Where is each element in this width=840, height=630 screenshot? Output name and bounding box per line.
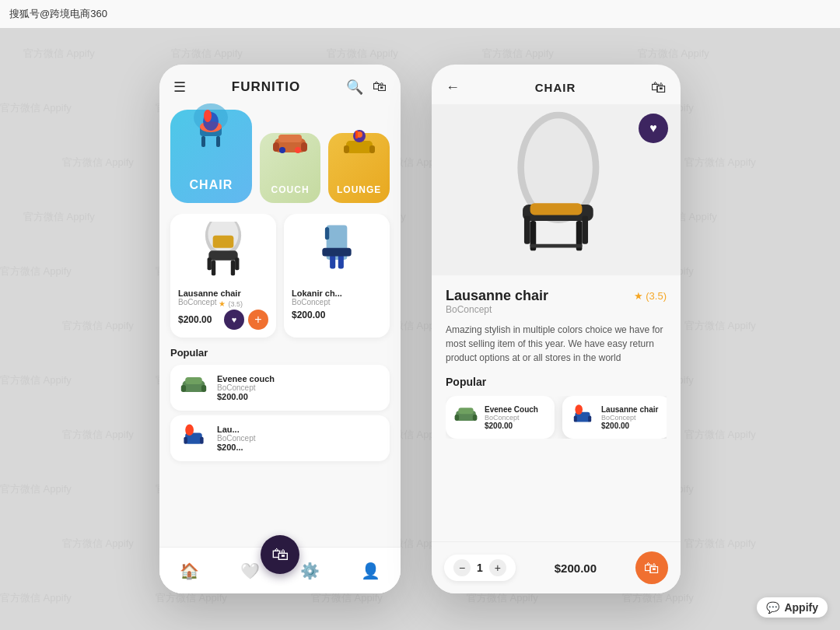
category-lounge[interactable]: LOUNGE	[328, 133, 390, 203]
svg-rect-30	[338, 255, 344, 269]
svg-rect-43	[530, 203, 583, 215]
quantity-decrease[interactable]: −	[453, 559, 471, 576]
popular-brand-2: BoConcept	[217, 434, 382, 443]
lounge-category-icon	[340, 127, 379, 158]
chair-label: CHAIR	[190, 178, 233, 192]
nav-profile[interactable]: 👤	[361, 562, 380, 580]
svg-rect-50	[455, 415, 460, 421]
phone-screen-1: ☰ FURNITIO 🔍 🛍	[159, 65, 401, 593]
back-button[interactable]: ←	[446, 79, 460, 96]
svg-rect-23	[212, 261, 215, 276]
detail-image-area: ♥	[432, 104, 681, 275]
detail-popular-list: Evenee Couch BoConcept $200.00	[446, 396, 667, 439]
svg-rect-29	[330, 255, 335, 269]
svg-rect-33	[181, 385, 186, 392]
svg-rect-55	[574, 416, 577, 422]
svg-point-54	[575, 404, 583, 415]
category-couch[interactable]: COUCH	[260, 133, 321, 203]
lounge-label: LOUNGE	[337, 184, 381, 195]
dp-name-1: Evenee Couch	[485, 405, 538, 414]
product-price-1: $200.00	[178, 314, 212, 325]
popular-price-1: $200.00	[217, 392, 382, 401]
svg-rect-35	[185, 377, 202, 384]
popular-img-1	[178, 371, 209, 404]
product-card-1[interactable]: Lausanne chair BoConcept ★ (3.5) $200.00…	[170, 214, 276, 338]
detail-popular-card-1[interactable]: Evenee Couch BoConcept $200.00	[446, 396, 555, 439]
product-price-row-2: $200.00	[292, 310, 382, 320]
dp-brand-1: BoConcept	[485, 414, 538, 422]
popular-item-1[interactable]: Evenee couch BoConcept $200.00	[170, 365, 390, 411]
detail-title: CHAIR	[535, 81, 576, 94]
svg-rect-51	[473, 415, 478, 421]
category-row: CHAIR COUCH	[159, 103, 401, 214]
product-actions-1: ♥ +	[224, 310, 268, 330]
popular-info-1: Evenee couch BoConcept $200.00	[217, 374, 382, 401]
appify-label: Appify	[784, 601, 818, 614]
svg-rect-34	[201, 385, 206, 392]
popular-item-2[interactable]: Lau... BoConcept $200...	[170, 415, 390, 461]
product-card-2[interactable]: Lokanir ch... BoConcept $200.00	[284, 214, 390, 338]
detail-description: Amazing stylish in multiple colors choic…	[446, 323, 667, 365]
dp-info-1: Evenee Couch BoConcept $200.00	[485, 405, 538, 430]
svg-rect-47	[582, 215, 588, 243]
wishlist-button[interactable]: ♥	[639, 114, 668, 143]
svg-rect-15	[369, 145, 375, 153]
svg-point-41	[524, 118, 593, 216]
product-price-row-1: $200.00 ♥ +	[178, 310, 268, 330]
category-chair[interactable]: CHAIR	[170, 110, 252, 203]
svg-rect-26	[235, 257, 239, 270]
svg-rect-2	[201, 136, 205, 147]
detail-header: ← CHAIR 🛍	[432, 65, 681, 104]
popular-list: Evenee couch BoConcept $200.00	[170, 365, 390, 461]
quantity-control: − 1 +	[444, 555, 516, 581]
svg-rect-31	[322, 248, 351, 257]
nav-settings[interactable]: ⚙️	[300, 562, 320, 580]
detail-info: Lausanne chair ★ (3.5) BoConcept Amazing…	[432, 275, 681, 541]
detail-chair-svg	[490, 108, 622, 271]
heart-button-1[interactable]: ♥	[224, 310, 244, 330]
detail-rating: ★ (3.5)	[634, 290, 667, 302]
detail-name-row: Lausanne chair ★ (3.5)	[446, 288, 667, 304]
svg-point-6	[204, 110, 212, 122]
hamburger-icon[interactable]: ☰	[173, 79, 186, 96]
detail-brand: BoConcept	[446, 304, 667, 315]
detail-cart-icon[interactable]: 🛍	[651, 79, 667, 96]
nav-home[interactable]: 🏠	[180, 562, 199, 580]
svg-point-37	[185, 425, 194, 436]
dp-img-1	[453, 402, 478, 432]
cart-icon[interactable]: 🛍	[373, 79, 387, 96]
popular-img-2	[178, 422, 209, 455]
detail-popular-card-2[interactable]: Lausanne chair BoConcept $200.00	[562, 396, 667, 439]
svg-rect-22	[213, 236, 234, 248]
dp-info-2: Lausanne chair BoConcept $200.00	[601, 405, 658, 430]
svg-rect-24	[231, 261, 235, 276]
product-brand-2: BoConcept	[292, 298, 382, 306]
add-to-cart-button[interactable]: 🛍	[635, 551, 668, 584]
popular-info-2: Lau... BoConcept $200...	[217, 425, 382, 452]
browse-screen: ☰ FURNITIO 🔍 🛍	[159, 65, 401, 593]
couch-label: COUCH	[271, 184, 310, 195]
header-icons: 🔍 🛍	[346, 79, 387, 96]
popular-name-2: Lau...	[217, 425, 382, 434]
nav-wishlist[interactable]: 🤍	[240, 562, 260, 580]
svg-rect-21	[208, 250, 237, 260]
add-to-cart-bar: − 1 + $200.00 🛍	[432, 541, 681, 593]
product-img-1	[178, 222, 268, 284]
svg-rect-8	[273, 142, 279, 152]
add-button-1[interactable]: +	[248, 310, 268, 330]
popular-price-2: $200...	[217, 443, 382, 452]
quantity-increase[interactable]: +	[489, 559, 506, 576]
brand-name: FURNITIO	[232, 79, 300, 95]
product-name-2: Lokanir ch...	[292, 289, 382, 298]
svg-rect-25	[208, 257, 212, 270]
product-price-2: $200.00	[292, 310, 325, 320]
dp-brand-2: BoConcept	[601, 414, 658, 422]
couch-category-icon	[271, 127, 310, 158]
product-section: Lausanne chair BoConcept ★ (3.5) $200.00…	[159, 214, 401, 547]
nav-cart-center[interactable]: 🛍	[261, 535, 299, 574]
svg-rect-10	[278, 135, 302, 142]
top-bar-label: 搜狐号@跨境电商360	[9, 7, 107, 21]
main-content: ☰ FURNITIO 🔍 🛍	[0, 28, 840, 630]
phone-screen-2: ← CHAIR 🛍 ♥	[432, 65, 681, 593]
search-icon[interactable]: 🔍	[346, 79, 363, 96]
